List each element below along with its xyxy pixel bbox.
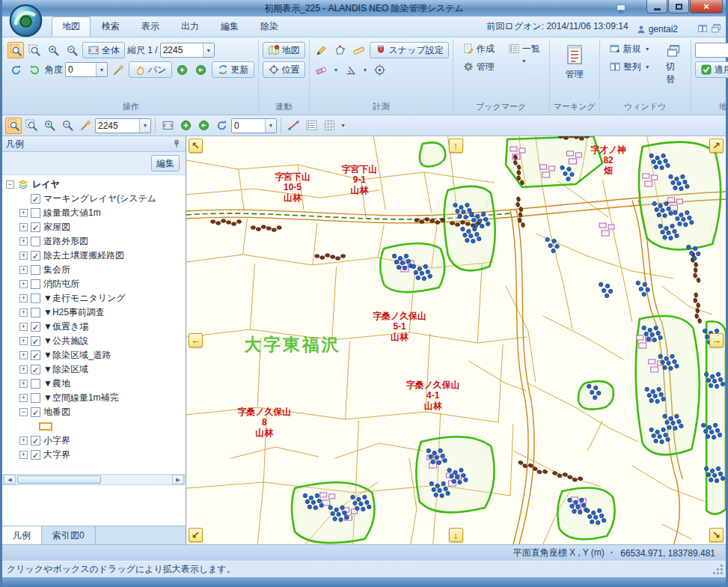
layer-checkbox[interactable]: ✓	[31, 222, 40, 232]
layer-tree-item[interactable]: + ▼H25事前調査	[4, 305, 186, 320]
app-logo-orb[interactable]	[9, 4, 43, 37]
layer-checkbox[interactable]: ✓	[31, 251, 40, 261]
title-bar[interactable]: 初期表示_225 - ALANDIS NEO 除染管理システム ×	[2, 0, 726, 16]
expander-icon[interactable]: +	[19, 437, 28, 445]
layer-tree-root[interactable]: − レイヤ	[4, 177, 186, 192]
layer-checkbox[interactable]: ✓	[31, 194, 40, 204]
tab-view[interactable]: 表示	[131, 16, 170, 37]
tb2-zoom-select-button[interactable]	[23, 118, 40, 134]
link-position-button[interactable]: 位置	[263, 61, 305, 78]
measure-tool-button[interactable]	[351, 42, 367, 58]
expander-icon[interactable]: +	[19, 280, 28, 288]
draw-line-tool-button[interactable]	[313, 42, 330, 58]
expander-icon[interactable]: +	[19, 337, 28, 345]
fit-extent-button[interactable]: 全体	[82, 42, 125, 58]
map-viewport[interactable]: 字宮下山 10-5 山林 字宮下山 9-1 山林 字才ノ神 82 畑 字桑ノ久保…	[186, 136, 726, 544]
layer-tree-item[interactable]: + ▼空間線量1m補完	[4, 391, 186, 405]
rotate-cw-button[interactable]	[7, 61, 24, 78]
angle-input[interactable]	[66, 64, 96, 76]
tb2-measure-line-button[interactable]	[285, 118, 302, 134]
layer-checkbox[interactable]	[31, 279, 40, 289]
tab-legend[interactable]: 凡例	[2, 526, 42, 544]
map-display-preset-input[interactable]	[696, 44, 728, 56]
tab-index-map[interactable]: 索引図0	[42, 526, 96, 544]
pan-down-left-button[interactable]: ↙	[189, 528, 203, 542]
tab-decon[interactable]: 除染	[250, 16, 289, 37]
tb2-fit-extent-button[interactable]	[159, 118, 176, 134]
layer-checkbox[interactable]: ✓	[31, 350, 40, 360]
layer-checkbox[interactable]: ✓	[31, 336, 40, 346]
tab-edit[interactable]: 編集	[210, 16, 249, 37]
draw-polygon-tool-button[interactable]	[332, 42, 349, 58]
layer-tree-item[interactable]: + ✓ 家屋図	[4, 220, 186, 234]
tb2-more-dropdown-icon[interactable]: ▼	[339, 123, 347, 128]
tb2-result-list-button[interactable]	[303, 118, 319, 134]
layer-checkbox[interactable]	[31, 265, 40, 275]
tb2-style-brush-button[interactable]	[77, 118, 94, 134]
zoom-window-tool-button[interactable]	[7, 42, 24, 58]
tb2-scale-combo[interactable]: ▼	[95, 118, 151, 133]
scrollbar-thumb[interactable]	[17, 475, 101, 484]
zoom-select-tool-button[interactable]	[26, 42, 43, 58]
pan-up-left-button[interactable]: ↖	[189, 139, 203, 153]
layer-tree[interactable]: − レイヤ ✓ マーキングレイヤ(システム + 線量最大値1m + ✓ 家屋図 …	[2, 174, 186, 474]
zoom-in-step-button[interactable]	[174, 61, 191, 78]
layer-tree-item[interactable]: + ✓ 除去土壌運搬経路図	[4, 249, 186, 263]
expander-icon[interactable]: +	[19, 365, 28, 374]
angle-dropdown-icon[interactable]: ▼	[96, 63, 107, 76]
tb2-scale-input[interactable]	[96, 120, 139, 132]
legend-edit-button[interactable]: 編集	[151, 155, 180, 171]
layer-tree-item[interactable]: + 消防屯所	[4, 277, 186, 291]
layer-checkbox[interactable]	[31, 379, 40, 389]
expander-icon[interactable]: +	[19, 223, 28, 231]
layer-tree-item[interactable]: + ✓ ▼除染区域_道路	[4, 348, 186, 362]
legend-horizontal-scrollbar[interactable]: ◀ ▶	[3, 474, 185, 485]
expander-icon[interactable]: +	[19, 394, 28, 402]
layer-checkbox[interactable]: ✓	[31, 322, 40, 332]
link-map-button[interactable]: 地図	[263, 42, 305, 58]
pan-down-right-button[interactable]: ↘	[709, 528, 724, 542]
scale-input[interactable]	[161, 44, 203, 56]
style-brush-button[interactable]	[110, 61, 126, 78]
tb2-zoom-in-button[interactable]	[41, 118, 58, 134]
scale-dropdown-icon[interactable]: ▼	[203, 43, 214, 57]
close-button[interactable]: ×	[690, 0, 723, 13]
pan-button[interactable]: パン	[129, 61, 172, 78]
tb2-zoom-window-button[interactable]	[5, 118, 22, 134]
window-new-button[interactable]: 新規▼	[604, 40, 657, 57]
layer-tree-item[interactable]: ✓ マーキングレイヤ(システム	[4, 192, 186, 206]
layer-tree-item[interactable]: + ▼走行モニタリング	[4, 291, 186, 305]
tile-windows-icon[interactable]	[697, 23, 708, 34]
layer-tree-item[interactable]: + 道路外形図	[4, 234, 186, 249]
layer-tree-item[interactable]: + ✓ 小字界	[4, 434, 186, 448]
system-tray-icon[interactable]	[615, 2, 627, 14]
pan-up-button[interactable]: ↑	[449, 139, 463, 153]
expander-icon[interactable]: +	[19, 308, 28, 317]
refresh-map-button[interactable]: 更新	[212, 61, 254, 78]
pin-icon[interactable]	[171, 139, 182, 149]
tb2-hatch-button[interactable]	[321, 118, 337, 134]
tb2-rotate-button[interactable]	[213, 118, 230, 134]
expander-icon[interactable]: +	[19, 323, 28, 331]
resize-grip[interactable]	[714, 565, 723, 574]
zoom-in-button[interactable]	[45, 42, 61, 58]
tb2-angle-dropdown-icon[interactable]: ▼	[265, 119, 276, 133]
expander-icon[interactable]: +	[19, 294, 28, 302]
layer-checkbox[interactable]	[31, 294, 40, 303]
pan-down-button[interactable]: ↓	[449, 528, 463, 542]
expander-icon[interactable]: +	[19, 351, 28, 359]
layer-tree-item[interactable]: + 線量最大値1m	[4, 206, 186, 220]
angle-measure-tool-button[interactable]	[343, 61, 359, 78]
eraser-dropdown-icon[interactable]: ▼	[332, 67, 340, 73]
marking-manage-button[interactable]: 管理	[554, 40, 596, 84]
layer-checkbox[interactable]	[31, 237, 40, 246]
layer-tree-item[interactable]: + ✓ ▼公共施設	[4, 334, 186, 348]
scale-combo[interactable]: ▼	[160, 43, 215, 58]
layer-checkbox[interactable]: ✓	[31, 407, 40, 417]
bookmark-list-button[interactable]: 一覧	[503, 40, 545, 57]
layer-tree-item[interactable]: + 集会所	[4, 263, 186, 277]
layer-checkbox[interactable]: ✓	[31, 436, 40, 445]
scroll-right-icon[interactable]: ▶	[172, 475, 184, 484]
tb2-angle-input[interactable]	[232, 120, 265, 132]
pan-up-right-button[interactable]: ↗	[709, 139, 724, 153]
